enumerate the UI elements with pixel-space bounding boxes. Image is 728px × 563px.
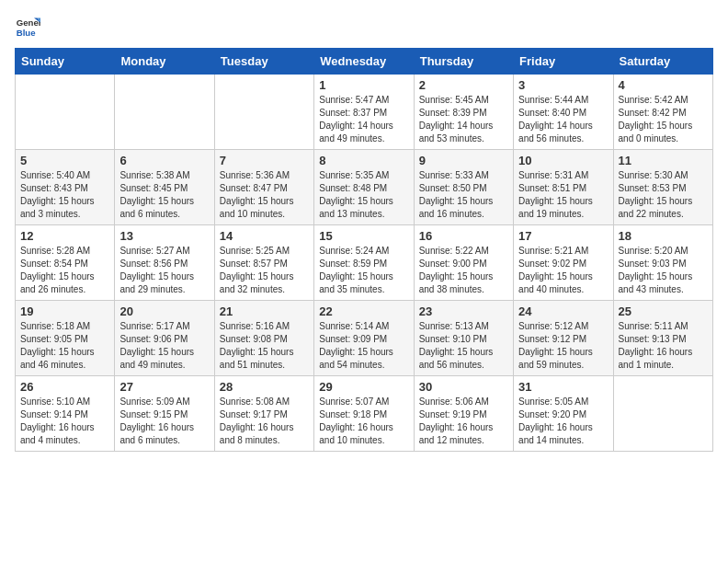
day-number: 18 [619, 229, 708, 243]
calendar-week-row: 5Sunrise: 5:40 AM Sunset: 8:43 PM Daylig… [16, 150, 713, 225]
day-number: 8 [319, 154, 408, 167]
calendar-cell: 28Sunrise: 5:08 AM Sunset: 9:17 PM Dayli… [214, 376, 313, 452]
day-info: Sunrise: 5:16 AM Sunset: 9:08 PM Dayligh… [220, 320, 309, 372]
calendar-cell: 7Sunrise: 5:36 AM Sunset: 8:47 PM Daylig… [214, 150, 313, 225]
day-info: Sunrise: 5:27 AM Sunset: 8:56 PM Dayligh… [119, 245, 209, 296]
day-info: Sunrise: 5:28 AM Sunset: 8:54 PM Dayligh… [20, 245, 109, 296]
day-number: 10 [518, 154, 608, 167]
day-info: Sunrise: 5:13 AM Sunset: 9:10 PM Dayligh… [419, 320, 508, 372]
day-number: 1 [319, 78, 408, 92]
day-info: Sunrise: 5:35 AM Sunset: 8:48 PM Dayligh… [319, 169, 408, 221]
calendar-cell: 27Sunrise: 5:09 AM Sunset: 9:15 PM Dayli… [115, 376, 214, 452]
day-info: Sunrise: 5:30 AM Sunset: 8:53 PM Dayligh… [619, 169, 708, 221]
weekday-header-monday: Monday [115, 49, 214, 75]
calendar-cell: 3Sunrise: 5:44 AM Sunset: 8:40 PM Daylig… [514, 75, 613, 150]
calendar-cell: 8Sunrise: 5:35 AM Sunset: 8:48 PM Daylig… [314, 150, 414, 225]
day-number: 12 [20, 229, 109, 243]
day-number: 17 [518, 229, 608, 243]
calendar-cell: 6Sunrise: 5:38 AM Sunset: 8:45 PM Daylig… [115, 150, 214, 225]
weekday-header-wednesday: Wednesday [314, 49, 414, 75]
calendar-cell: 17Sunrise: 5:21 AM Sunset: 9:02 PM Dayli… [514, 225, 613, 301]
day-number: 13 [119, 229, 209, 243]
calendar-cell: 4Sunrise: 5:42 AM Sunset: 8:42 PM Daylig… [613, 75, 712, 150]
calendar-cell: 5Sunrise: 5:40 AM Sunset: 8:43 PM Daylig… [16, 150, 115, 225]
calendar-cell: 25Sunrise: 5:11 AM Sunset: 9:13 PM Dayli… [613, 301, 712, 376]
day-info: Sunrise: 5:36 AM Sunset: 8:47 PM Dayligh… [220, 169, 309, 221]
day-number: 20 [119, 304, 209, 318]
calendar-cell [115, 75, 214, 150]
logo: General Blue [15, 15, 44, 40]
calendar-cell: 2Sunrise: 5:45 AM Sunset: 8:39 PM Daylig… [414, 75, 513, 150]
calendar-cell: 30Sunrise: 5:06 AM Sunset: 9:19 PM Dayli… [414, 376, 513, 452]
day-number: 9 [419, 154, 508, 167]
page-header: General Blue [15, 15, 713, 40]
calendar-cell: 19Sunrise: 5:18 AM Sunset: 9:05 PM Dayli… [16, 301, 115, 376]
day-info: Sunrise: 5:31 AM Sunset: 8:51 PM Dayligh… [518, 169, 608, 221]
weekday-header-saturday: Saturday [613, 49, 712, 75]
day-info: Sunrise: 5:14 AM Sunset: 9:09 PM Dayligh… [319, 320, 408, 372]
day-number: 27 [119, 380, 209, 394]
day-info: Sunrise: 5:38 AM Sunset: 8:45 PM Dayligh… [119, 169, 209, 221]
calendar-cell: 18Sunrise: 5:20 AM Sunset: 9:03 PM Dayli… [613, 225, 712, 301]
day-info: Sunrise: 5:22 AM Sunset: 9:00 PM Dayligh… [419, 245, 508, 296]
day-number: 11 [619, 154, 708, 167]
calendar-cell: 31Sunrise: 5:05 AM Sunset: 9:20 PM Dayli… [514, 376, 613, 452]
day-number: 2 [419, 78, 508, 92]
calendar-cell [16, 75, 115, 150]
day-info: Sunrise: 5:47 AM Sunset: 8:37 PM Dayligh… [319, 94, 408, 145]
day-info: Sunrise: 5:11 AM Sunset: 9:13 PM Dayligh… [619, 320, 708, 372]
calendar-cell: 9Sunrise: 5:33 AM Sunset: 8:50 PM Daylig… [414, 150, 513, 225]
day-info: Sunrise: 5:33 AM Sunset: 8:50 PM Dayligh… [419, 169, 508, 221]
calendar-week-row: 26Sunrise: 5:10 AM Sunset: 9:14 PM Dayli… [16, 376, 713, 452]
calendar-week-row: 1Sunrise: 5:47 AM Sunset: 8:37 PM Daylig… [16, 75, 713, 150]
day-info: Sunrise: 5:24 AM Sunset: 8:59 PM Dayligh… [319, 245, 408, 296]
day-info: Sunrise: 5:12 AM Sunset: 9:12 PM Dayligh… [518, 320, 608, 372]
day-number: 5 [20, 154, 109, 167]
calendar-cell: 23Sunrise: 5:13 AM Sunset: 9:10 PM Dayli… [414, 301, 513, 376]
day-info: Sunrise: 5:45 AM Sunset: 8:39 PM Dayligh… [419, 94, 508, 145]
day-info: Sunrise: 5:09 AM Sunset: 9:15 PM Dayligh… [119, 396, 209, 447]
weekday-header-row: SundayMondayTuesdayWednesdayThursdayFrid… [16, 49, 713, 75]
day-info: Sunrise: 5:18 AM Sunset: 9:05 PM Dayligh… [20, 320, 109, 372]
day-number: 4 [619, 78, 708, 92]
day-number: 19 [20, 304, 109, 318]
day-number: 6 [119, 154, 209, 167]
weekday-header-friday: Friday [514, 49, 613, 75]
day-info: Sunrise: 5:21 AM Sunset: 9:02 PM Dayligh… [518, 245, 608, 296]
day-info: Sunrise: 5:10 AM Sunset: 9:14 PM Dayligh… [20, 396, 109, 447]
day-number: 7 [220, 154, 309, 167]
calendar-cell [613, 376, 712, 452]
day-number: 30 [419, 380, 508, 394]
calendar-cell: 14Sunrise: 5:25 AM Sunset: 8:57 PM Dayli… [214, 225, 313, 301]
calendar-cell: 1Sunrise: 5:47 AM Sunset: 8:37 PM Daylig… [314, 75, 414, 150]
calendar-cell: 10Sunrise: 5:31 AM Sunset: 8:51 PM Dayli… [514, 150, 613, 225]
calendar-cell: 29Sunrise: 5:07 AM Sunset: 9:18 PM Dayli… [314, 376, 414, 452]
day-number: 16 [419, 229, 508, 243]
day-number: 24 [518, 304, 608, 318]
calendar-cell: 15Sunrise: 5:24 AM Sunset: 8:59 PM Dayli… [314, 225, 414, 301]
day-info: Sunrise: 5:44 AM Sunset: 8:40 PM Dayligh… [518, 94, 608, 145]
day-number: 29 [319, 380, 408, 394]
calendar-cell: 12Sunrise: 5:28 AM Sunset: 8:54 PM Dayli… [16, 225, 115, 301]
day-number: 3 [518, 78, 608, 92]
calendar-cell [214, 75, 313, 150]
calendar-cell: 13Sunrise: 5:27 AM Sunset: 8:56 PM Dayli… [115, 225, 214, 301]
day-number: 28 [220, 380, 309, 394]
weekday-header-thursday: Thursday [414, 49, 513, 75]
day-info: Sunrise: 5:06 AM Sunset: 9:19 PM Dayligh… [419, 396, 508, 447]
day-number: 23 [419, 304, 508, 318]
day-info: Sunrise: 5:42 AM Sunset: 8:42 PM Dayligh… [619, 94, 708, 145]
logo-icon: General Blue [15, 15, 40, 40]
calendar-table: SundayMondayTuesdayWednesdayThursdayFrid… [15, 48, 713, 452]
day-info: Sunrise: 5:20 AM Sunset: 9:03 PM Dayligh… [619, 245, 708, 296]
day-number: 14 [220, 229, 309, 243]
weekday-header-tuesday: Tuesday [214, 49, 313, 75]
calendar-cell: 16Sunrise: 5:22 AM Sunset: 9:00 PM Dayli… [414, 225, 513, 301]
day-number: 15 [319, 229, 408, 243]
day-info: Sunrise: 5:05 AM Sunset: 9:20 PM Dayligh… [518, 396, 608, 447]
day-info: Sunrise: 5:17 AM Sunset: 9:06 PM Dayligh… [119, 320, 209, 372]
day-info: Sunrise: 5:07 AM Sunset: 9:18 PM Dayligh… [319, 396, 408, 447]
calendar-cell: 20Sunrise: 5:17 AM Sunset: 9:06 PM Dayli… [115, 301, 214, 376]
calendar-cell: 26Sunrise: 5:10 AM Sunset: 9:14 PM Dayli… [16, 376, 115, 452]
svg-text:Blue: Blue [17, 28, 36, 38]
